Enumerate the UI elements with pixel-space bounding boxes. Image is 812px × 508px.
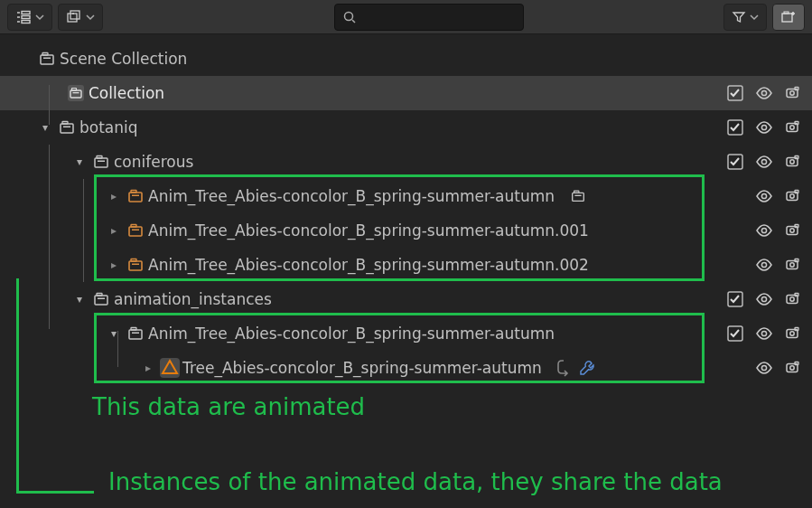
svg-rect-7 — [782, 14, 792, 22]
disclosure-toggle[interactable] — [105, 259, 123, 271]
hide-toggle[interactable] — [754, 255, 774, 275]
tree-row-anim1[interactable]: Anim_Tree_Abies-concolor_B_spring-summer… — [0, 179, 812, 213]
svg-point-52 — [790, 229, 794, 232]
display-mode-dropdown[interactable] — [7, 4, 52, 31]
display-filter-dropdown[interactable] — [58, 4, 103, 31]
collection-icon — [63, 83, 89, 103]
tree-label: coniferous — [114, 153, 193, 171]
tree-row-anim2[interactable]: Anim_Tree_Abies-concolor_B_spring-summer… — [0, 213, 812, 248]
svg-rect-22 — [62, 122, 68, 125]
svg-rect-3 — [68, 14, 77, 22]
svg-point-19 — [790, 91, 794, 95]
search-field[interactable] — [334, 4, 524, 31]
search-input[interactable] — [357, 8, 516, 26]
disclosure-toggle[interactable] — [105, 190, 123, 202]
svg-rect-70 — [131, 328, 136, 331]
exclude-checkbox[interactable] — [725, 324, 745, 343]
exclude-checkbox[interactable] — [725, 289, 745, 309]
svg-rect-54 — [129, 261, 142, 270]
svg-point-27 — [790, 126, 794, 129]
svg-point-17 — [761, 90, 766, 95]
svg-rect-62 — [97, 294, 102, 296]
svg-rect-38 — [131, 191, 136, 193]
link-icon — [555, 359, 573, 377]
tree-row-coniferous[interactable]: coniferous — [0, 145, 812, 179]
tree-label: Anim_Tree_Abies-concolor_B_spring-summer… — [148, 325, 555, 343]
exclude-checkbox[interactable] — [725, 152, 745, 172]
hide-toggle[interactable] — [754, 186, 774, 206]
row-controls — [754, 186, 803, 206]
disclosure-toggle[interactable] — [139, 362, 157, 374]
tree-row-mesh[interactable]: Tree_Abies-concolor_B_spring-summer-autu… — [0, 351, 812, 385]
svg-point-33 — [761, 159, 766, 164]
svg-rect-56 — [132, 264, 139, 266]
tree-row-anim4[interactable]: Anim_Tree_Abies-concolor_B_spring-summer… — [0, 316, 812, 351]
wrench-icon — [578, 359, 596, 377]
disclosure-toggle[interactable] — [70, 293, 89, 306]
row-controls — [754, 358, 803, 378]
add-collection-icon — [780, 9, 797, 25]
chevron-down-icon — [35, 13, 44, 22]
disclosure-toggle[interactable] — [105, 327, 123, 340]
hide-toggle[interactable] — [754, 152, 774, 172]
svg-rect-40 — [573, 193, 584, 201]
hide-toggle[interactable] — [754, 289, 774, 309]
render-toggle[interactable] — [783, 324, 803, 343]
tree-row-botaniq[interactable]: botaniq — [0, 110, 812, 145]
row-controls — [754, 255, 803, 275]
collection-icon — [54, 118, 79, 136]
svg-point-80 — [790, 366, 794, 370]
tree-label: Collection — [89, 84, 164, 102]
tree-row-animation-instances[interactable]: animation_instances — [0, 282, 812, 316]
svg-rect-31 — [98, 161, 105, 163]
svg-rect-10 — [42, 53, 48, 56]
svg-rect-41 — [574, 191, 579, 193]
annotation-1: This data are animated — [92, 393, 365, 420]
svg-rect-23 — [63, 127, 70, 128]
render-toggle[interactable] — [783, 118, 803, 137]
disclosure-toggle[interactable] — [36, 121, 54, 134]
row-controls — [725, 152, 803, 172]
filter-dropdown[interactable] — [723, 4, 767, 31]
tree-row-scene-collection[interactable]: Scene Collection — [0, 42, 812, 76]
svg-rect-11 — [43, 58, 51, 60]
svg-rect-0 — [22, 11, 30, 14]
annotation-2: Instances of the animated data, they sha… — [108, 468, 723, 495]
new-collection-button[interactable] — [772, 4, 805, 31]
render-toggle[interactable] — [783, 358, 803, 378]
render-toggle[interactable] — [783, 289, 803, 309]
row-controls — [725, 324, 803, 343]
render-toggle[interactable] — [783, 255, 803, 275]
hide-toggle[interactable] — [754, 358, 774, 378]
render-toggle[interactable] — [783, 221, 803, 240]
exclude-checkbox[interactable] — [725, 118, 745, 137]
tree-label: animation_instances — [114, 290, 272, 308]
svg-rect-63 — [98, 298, 105, 300]
svg-rect-39 — [132, 195, 139, 197]
hide-toggle[interactable] — [754, 118, 774, 137]
collection-icon — [89, 153, 114, 171]
svg-point-75 — [790, 332, 794, 335]
svg-point-45 — [790, 194, 794, 198]
svg-rect-47 — [129, 227, 142, 236]
hide-toggle[interactable] — [754, 221, 774, 240]
outliner-tree: Scene Collection Collection botaniq — [0, 34, 812, 385]
tree-row-anim3[interactable]: Anim_Tree_Abies-concolor_B_spring-summer… — [0, 248, 812, 282]
chevron-down-icon — [86, 13, 95, 22]
disclosure-toggle[interactable] — [70, 155, 89, 168]
render-toggle[interactable] — [783, 83, 803, 103]
hide-toggle[interactable] — [754, 83, 774, 103]
collection-icon — [34, 50, 60, 68]
svg-rect-8 — [784, 12, 789, 14]
render-toggle[interactable] — [783, 152, 803, 172]
disclosure-toggle[interactable] — [105, 224, 123, 237]
hide-toggle[interactable] — [754, 324, 774, 343]
search-icon — [342, 10, 357, 24]
svg-rect-42 — [574, 195, 581, 196]
exclude-checkbox[interactable] — [725, 83, 745, 103]
svg-rect-15 — [73, 92, 79, 93]
svg-rect-9 — [41, 55, 53, 64]
render-toggle[interactable] — [783, 186, 803, 206]
tree-row-collection[interactable]: Collection — [0, 76, 812, 110]
svg-rect-49 — [132, 230, 139, 231]
